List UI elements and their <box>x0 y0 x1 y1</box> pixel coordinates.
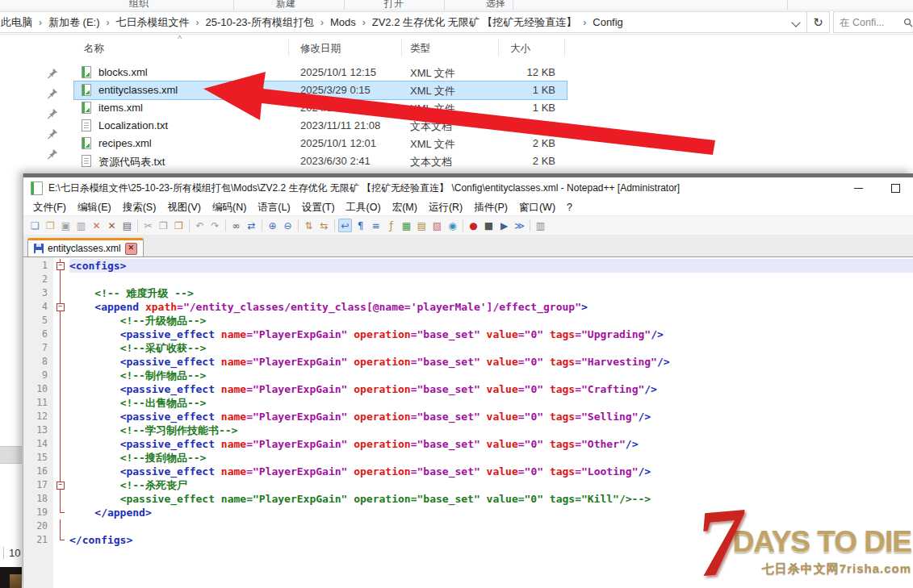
print-icon[interactable]: ▤ <box>120 219 134 232</box>
file-row[interactable]: recipes.xml2025/10/1 12:01XML 文件2 KB <box>74 135 567 152</box>
code-line[interactable]: 4− <append xpath="/entity_classes/entity… <box>23 300 913 314</box>
close-all-icon[interactable]: ✕ <box>105 219 119 232</box>
menu-item[interactable]: 编码(N) <box>207 199 252 216</box>
breadcrumb-item[interactable]: 此电脑 <box>0 15 36 30</box>
ribbon-group-label[interactable]: 打开 <box>384 0 404 10</box>
fold-box-icon[interactable]: − <box>57 482 65 490</box>
tab-entityclasses[interactable]: entityclasses.xml ✕ <box>27 238 144 256</box>
ribbon-group-label[interactable]: 组织 <box>129 0 149 10</box>
code-line[interactable]: 5 <!--升级物品--> <box>23 314 913 327</box>
code-line[interactable]: 10 <passive_effect name="PlayerExpGain" … <box>23 382 913 396</box>
macro-stop-icon[interactable]: ■ <box>482 219 496 232</box>
code-line[interactable]: 7 <!--采矿收获--> <box>23 341 913 355</box>
fold-margin-collapse[interactable]: − <box>53 259 69 273</box>
search-box[interactable] <box>833 11 913 33</box>
menu-item[interactable]: 宏(M) <box>387 199 423 216</box>
macro-record-icon[interactable]: ● <box>467 219 480 232</box>
indent-guide-icon[interactable]: ≡ <box>369 219 383 232</box>
code-line[interactable]: 15 <!--搜刮物品--> <box>23 451 913 465</box>
code-line[interactable]: 16 <passive_effect name="PlayerExpGain" … <box>23 465 913 478</box>
column-header-type[interactable]: 类型 <box>410 42 430 56</box>
fold-box-icon[interactable]: − <box>57 303 65 311</box>
macro-run-multiple-icon[interactable]: ≫ <box>513 219 526 232</box>
breadcrumb-item[interactable]: ZV2.2 生存优化 无限矿 【挖矿无经验直连】 <box>368 15 581 30</box>
column-header-name[interactable]: 名称 <box>84 42 104 56</box>
code-line[interactable]: 13 <!--学习制作技能书--> <box>23 423 913 437</box>
save-all-icon[interactable]: ▥ <box>74 219 88 232</box>
menu-item[interactable]: 工具(O) <box>341 199 387 216</box>
close-file-icon[interactable]: ✕ <box>90 219 103 232</box>
show-all-chars-icon[interactable]: ¶ <box>354 219 367 232</box>
open-file-icon[interactable]: ❐ <box>44 219 57 232</box>
column-header-date[interactable]: 修改日期 <box>300 42 341 56</box>
undo-icon[interactable]: ↶ <box>193 219 207 232</box>
code-line[interactable]: 8 <passive_effect name="PlayerExpGain" o… <box>23 355 913 369</box>
redo-icon[interactable]: ↷ <box>208 219 222 232</box>
function-list-icon[interactable]: ƒ <box>384 219 398 232</box>
fold-margin-collapse[interactable]: − <box>53 478 69 492</box>
zoom-in-icon[interactable]: ⊕ <box>266 219 279 232</box>
document-map-icon[interactable]: ▦ <box>400 219 413 232</box>
code-line[interactable]: 6 <passive_effect name="PlayerExpGain" o… <box>23 327 913 341</box>
search-input[interactable] <box>838 16 903 29</box>
menu-item[interactable]: 设置(T) <box>296 199 341 216</box>
breadcrumb-item[interactable]: Config <box>588 16 627 28</box>
breadcrumb[interactable]: 此电脑›新加卷 (E:)›七日杀模组文件›25-10-23-所有模组打包›Mod… <box>0 11 807 33</box>
background-scrollbar-fragment[interactable] <box>0 446 22 464</box>
sync-horizontal-icon[interactable]: ⇆ <box>317 219 331 232</box>
address-dropdown-icon[interactable] <box>791 18 800 27</box>
file-row[interactable]: items.xml2024/3/19XML 文件1 KB <box>74 99 567 117</box>
ribbon-group-label[interactable]: 选择 <box>486 0 505 10</box>
file-row[interactable]: 资源代码表.txt2023/6/30 2:41文本文档2 KB <box>74 152 567 170</box>
refresh-button[interactable]: ↻ <box>807 11 830 33</box>
column-divider[interactable] <box>498 39 499 56</box>
replace-icon[interactable]: ⇄ <box>245 219 258 232</box>
paste-icon[interactable]: ❐ <box>172 219 186 232</box>
menu-item[interactable]: 窗口(W) <box>513 199 561 216</box>
menu-item[interactable]: 文件(F) <box>27 199 72 216</box>
file-row[interactable]: entityclasses.xml2025/3/29 0:15XML 文件1 K… <box>74 81 567 99</box>
menu-item[interactable]: 视图(V) <box>161 199 207 216</box>
sync-vertical-icon[interactable]: ⇅ <box>302 219 316 232</box>
menu-item[interactable]: 运行(R) <box>423 199 468 216</box>
code-line[interactable]: 1−<configs> <box>23 259 913 273</box>
zoom-out-icon[interactable]: ⊖ <box>281 219 295 232</box>
breadcrumb-item[interactable]: Mods <box>326 16 360 28</box>
ribbon-group-label[interactable]: 新建 <box>276 0 295 10</box>
maximize-button[interactable] <box>877 177 913 199</box>
breadcrumb-item[interactable]: 七日杀模组文件 <box>112 15 194 30</box>
minimize-button[interactable] <box>840 177 877 199</box>
word-wrap-icon[interactable]: ↩ <box>338 219 352 232</box>
fold-box-icon[interactable]: − <box>57 262 65 270</box>
code-line[interactable]: 17− <!--杀死丧尸 <box>23 478 913 492</box>
title-bar[interactable]: E:\七日杀模组文件\25-10-23-所有模组打包\Mods\ZV2.2 生存… <box>23 177 913 199</box>
macro-save-icon[interactable]: ▥ <box>534 219 547 232</box>
menu-item[interactable]: 编辑(E) <box>72 199 117 216</box>
document-list-icon[interactable]: ▤ <box>415 219 429 232</box>
macro-play-icon[interactable]: ▶ <box>497 219 511 232</box>
code-line[interactable]: 11 <!--出售物品--> <box>23 396 913 410</box>
file-row[interactable]: blocks.xml2025/10/1 12:15XML 文件12 KB <box>74 64 567 81</box>
code-line[interactable]: 14 <passive_effect name="PlayerExpGain" … <box>23 437 913 451</box>
column-divider[interactable] <box>401 39 402 56</box>
fold-margin-collapse[interactable]: − <box>53 300 69 314</box>
code-line[interactable]: 2 <box>23 273 913 286</box>
code-line[interactable]: 9 <!--制作物品--> <box>23 369 913 382</box>
tab-close-icon[interactable]: ✕ <box>125 243 137 255</box>
menu-item[interactable]: 插件(P) <box>468 199 513 216</box>
menu-item[interactable]: 语言(L) <box>252 199 295 216</box>
menu-item[interactable]: 搜索(S) <box>117 199 162 216</box>
save-icon[interactable]: ▣ <box>59 219 73 232</box>
folder-workspace-icon[interactable]: ▧ <box>430 219 444 232</box>
copy-icon[interactable]: ❐ <box>157 219 170 232</box>
file-row[interactable]: Localization.txt2023/11/11 21:08文本文档1 KB <box>74 117 567 135</box>
breadcrumb-item[interactable]: 25-10-23-所有模组打包 <box>202 15 318 30</box>
column-divider[interactable] <box>288 39 289 56</box>
column-divider[interactable] <box>564 39 565 56</box>
code-line[interactable]: 12 <passive_effect name="PlayerExpGain" … <box>23 410 913 423</box>
code-line[interactable]: 3 <!-- 难度升级 --> <box>23 286 913 300</box>
file-monitoring-icon[interactable]: ◉ <box>446 219 459 232</box>
cut-icon[interactable]: ✂ <box>141 219 155 232</box>
find-icon[interactable]: ∞ <box>229 219 243 232</box>
breadcrumb-item[interactable]: 新加卷 (E:) <box>44 15 104 30</box>
